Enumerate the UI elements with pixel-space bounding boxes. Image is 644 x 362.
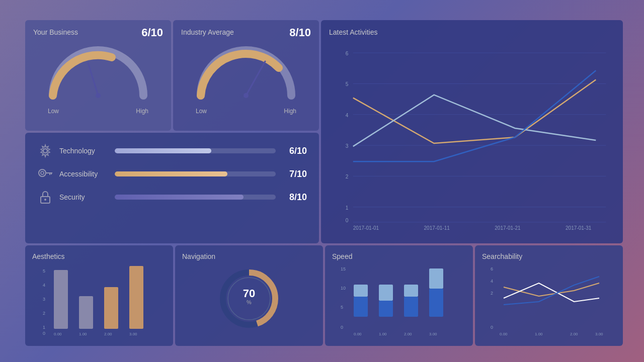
your-business-panel: Your Business 6/10 Low High (25, 20, 171, 131)
gauge-high-label: High (136, 108, 148, 115)
svg-rect-59 (429, 289, 443, 317)
svg-text:2: 2 (491, 291, 493, 296)
svg-text:2017-01-11: 2017-01-11 (424, 225, 450, 231)
svg-text:3: 3 (43, 297, 45, 302)
svg-text:10: 10 (341, 286, 346, 291)
svg-text:2017-01-21: 2017-01-21 (495, 225, 521, 231)
svg-line-2 (246, 61, 265, 96)
bottom-row: Aesthetics 5 4 3 2 1 0 0.00 1. (25, 245, 623, 346)
gear-icon (37, 143, 53, 159)
svg-text:%: % (247, 299, 252, 305)
svg-point-29 (44, 199, 46, 201)
svg-point-22 (43, 149, 47, 153)
svg-line-0 (88, 63, 98, 96)
svg-rect-38 (104, 287, 118, 329)
svg-text:0.00: 0.00 (354, 332, 362, 336)
industry-avg-gauge: Low High (181, 40, 311, 115)
metric-technology-bar (115, 148, 211, 153)
svg-rect-56 (379, 285, 393, 301)
searchability-chart: 6 4 2 0 0.00 1.00 2.00 3.00 (482, 263, 616, 336)
metric-accessibility-bar (115, 171, 227, 176)
metric-row-security: Security 8/10 (37, 189, 307, 205)
svg-text:2.00: 2.00 (570, 332, 578, 336)
svg-point-3 (244, 93, 249, 98)
metrics-panel: Technology 6/10 Accessibility 7/10 (25, 133, 319, 243)
svg-text:6: 6 (491, 266, 493, 272)
dashboard: Your Business 6/10 Low High Industry Ave… (25, 20, 619, 342)
navigation-title: Navigation (182, 252, 316, 260)
gauge-low-label: Low (48, 108, 59, 115)
svg-text:3.00: 3.00 (129, 332, 137, 336)
metric-row-accessibility: Accessibility 7/10 (37, 166, 307, 182)
svg-text:0.00: 0.00 (500, 332, 508, 336)
svg-text:1.00: 1.00 (535, 332, 543, 336)
metric-technology-score: 6/10 (282, 146, 307, 156)
speed-panel: Speed 15 10 5 0 0. (325, 245, 473, 346)
svg-text:4: 4 (491, 279, 493, 284)
svg-rect-36 (54, 270, 68, 329)
aesthetics-panel: Aesthetics 5 4 3 2 1 0 0.00 1. (25, 245, 173, 346)
aesthetics-title: Aesthetics (32, 252, 166, 260)
your-business-score: 6/10 (141, 26, 163, 39)
your-business-gauge: Low High (33, 40, 163, 115)
svg-text:3: 3 (346, 143, 349, 149)
aesthetics-chart: 5 4 3 2 1 0 0.00 1.00 2.00 3.00 (32, 263, 166, 336)
latest-activities-chart: 6 5 4 3 2 1 0 2017-01-01 2017-01-11 2017… (329, 40, 615, 232)
metric-security-name: Security (59, 193, 115, 201)
svg-rect-60 (429, 268, 443, 289)
latest-activities-title: Latest Activities (329, 28, 615, 36)
metric-security-score: 8/10 (282, 192, 307, 203)
svg-text:5: 5 (43, 268, 45, 274)
svg-rect-58 (404, 285, 418, 297)
svg-text:2017-01-01: 2017-01-01 (353, 225, 379, 231)
svg-text:6: 6 (346, 51, 349, 56)
svg-text:4: 4 (43, 283, 45, 288)
metric-accessibility-name: Accessibility (59, 170, 115, 178)
svg-point-1 (96, 93, 101, 98)
svg-point-24 (41, 171, 44, 174)
svg-text:1.00: 1.00 (379, 332, 387, 336)
svg-text:2017-01-31: 2017-01-31 (566, 225, 592, 231)
key-icon (37, 166, 53, 182)
svg-text:2: 2 (346, 174, 349, 179)
svg-text:0: 0 (346, 218, 349, 223)
svg-text:5: 5 (341, 305, 343, 310)
svg-text:1: 1 (43, 325, 45, 330)
ind-gauge-low-label: Low (196, 108, 207, 115)
metric-security-bar (115, 195, 244, 200)
svg-rect-39 (129, 266, 143, 329)
searchability-title: Searchability (482, 252, 616, 260)
navigation-panel: Navigation 70 % (175, 245, 323, 346)
metric-technology-name: Technology (59, 147, 115, 155)
speed-chart: 15 10 5 0 0.00 1.00 2.00 (332, 263, 466, 336)
svg-text:3.00: 3.00 (595, 332, 603, 336)
navigation-donut: 70 % (182, 263, 316, 334)
metric-accessibility-score: 7/10 (282, 169, 307, 179)
industry-avg-score: 8/10 (289, 26, 311, 39)
svg-rect-57 (404, 297, 418, 317)
svg-rect-37 (79, 296, 93, 329)
lock-icon (37, 189, 53, 205)
svg-text:0: 0 (341, 325, 343, 330)
svg-text:1.00: 1.00 (79, 332, 87, 336)
svg-text:2: 2 (43, 311, 45, 316)
svg-text:2.00: 2.00 (104, 332, 112, 336)
svg-text:2.00: 2.00 (404, 332, 412, 336)
svg-point-23 (39, 169, 46, 176)
svg-text:70: 70 (243, 287, 255, 300)
svg-text:3.00: 3.00 (429, 332, 437, 336)
svg-text:5: 5 (346, 81, 349, 87)
svg-text:15: 15 (341, 266, 346, 272)
svg-text:1: 1 (346, 205, 349, 211)
metric-accessibility-bar-container (115, 171, 276, 176)
industry-avg-gauge-labels: Low High (196, 108, 296, 115)
metric-technology-bar-container (115, 148, 276, 153)
svg-text:4: 4 (346, 113, 349, 118)
searchability-panel: Searchability 6 4 2 0 0.00 1.00 2.00 3. (475, 245, 623, 346)
metric-security-bar-container (115, 195, 276, 200)
metric-row-technology: Technology 6/10 (37, 143, 307, 159)
svg-rect-55 (379, 301, 393, 317)
svg-text:0.00: 0.00 (54, 332, 62, 336)
your-business-gauge-labels: Low High (48, 108, 148, 115)
svg-rect-54 (354, 285, 368, 297)
